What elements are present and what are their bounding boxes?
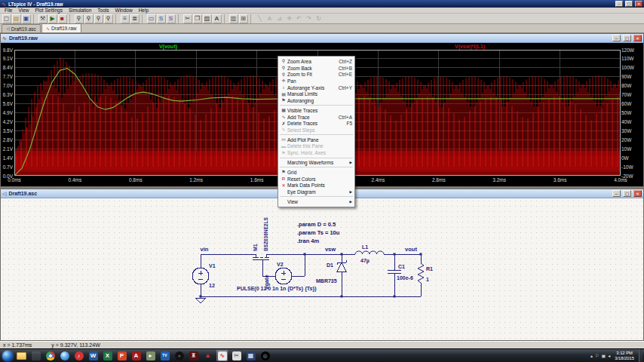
toolbar-open-button[interactable]: ▤ <box>12 14 21 23</box>
context-menu-item-grid[interactable]: ⚑Grid <box>278 169 354 176</box>
tab-draft19-asc[interactable]: ◁Draft19.asc <box>2 24 41 32</box>
r1-value[interactable]: 1 <box>426 277 429 282</box>
close-button[interactable]: ✕ <box>635 1 642 7</box>
context-menu-item-pan[interactable]: ✛Pan <box>278 78 354 84</box>
toolbar-paste-button[interactable]: ▨ <box>203 14 212 23</box>
waveform-minimize-button[interactable]: ─ <box>612 35 621 41</box>
m1-value[interactable]: BSZ036NE2LS <box>263 217 268 251</box>
taskbar-media-disc[interactable]: ◎ <box>259 350 271 361</box>
toolbar-new-schematic-button[interactable]: ▢ <box>2 14 11 23</box>
context-menu-item-zoom-back[interactable]: ⚲Zoom BackCtrl+B <box>278 65 354 72</box>
menubar-item-simulation[interactable]: Simulation <box>66 8 94 14</box>
minimize-button[interactable]: ─ <box>615 1 623 7</box>
toolbar-save-button[interactable]: ▣ <box>22 14 31 23</box>
taskbar-triangle-app[interactable]: ▲ <box>202 350 213 361</box>
v1-name[interactable]: V1 <box>209 263 216 268</box>
taskbar-ltspice[interactable]: ∿ <box>216 350 228 361</box>
taskbar-snipping-tool[interactable]: ✂ <box>231 350 242 361</box>
maximize-button[interactable]: ▢ <box>625 1 633 7</box>
toolbar-print-button[interactable]: ⊞ <box>239 14 248 23</box>
tray-expand-icon[interactable]: ▴ <box>590 354 593 358</box>
l1-value[interactable]: 47µ <box>360 258 370 264</box>
toolbar-steps-button[interactable]: S <box>167 14 176 23</box>
net-label-vout[interactable]: vout <box>405 246 417 253</box>
directive-tran[interactable]: .tran 4m <box>297 238 320 244</box>
toolbar-run-button[interactable]: ▶ <box>48 14 57 23</box>
taskbar-chrome[interactable] <box>44 350 56 361</box>
d1-name[interactable]: D1 <box>327 262 333 268</box>
toolbar-zoom-out-button[interactable]: ⚲ <box>84 14 94 23</box>
taskbar-disc-app[interactable]: ● <box>173 350 185 361</box>
v2-value[interactable]: PULSE(0 12 0 1n 1n {D*Ts} {Ts}) <box>237 286 317 292</box>
v1-value[interactable]: 12 <box>209 283 215 288</box>
schematic-close-button[interactable]: ✕ <box>633 190 642 197</box>
toolbar-spice-error-log-button[interactable]: ≣ <box>130 14 140 23</box>
toolbar-zoom-in-button[interactable]: ⚲ <box>75 14 84 23</box>
taskbar-ghost-app[interactable] <box>30 350 41 361</box>
menubar-item-plot-settings[interactable]: Plot Settings <box>32 8 66 14</box>
toolbar-plot-pane-button[interactable]: ▭ <box>147 14 156 23</box>
toolbar-control-panel-button[interactable]: ⚒ <box>38 14 48 23</box>
net-label-vsw[interactable]: vsw <box>325 246 336 253</box>
taskbar-itunes[interactable]: ♪ <box>73 350 84 361</box>
toolbar-netlist-button[interactable]: ≡ <box>121 14 130 23</box>
taskbar-word[interactable]: W <box>87 350 99 361</box>
taskbar-excel[interactable]: X <box>102 350 113 361</box>
r1-name[interactable]: R1 <box>426 266 433 272</box>
menubar-item-help[interactable]: Help <box>136 8 152 14</box>
schematic-minimize-button[interactable]: ─ <box>612 190 621 197</box>
tab-draft19-raw[interactable]: ∿Draft19.raw <box>41 23 81 32</box>
tray-icon-2[interactable]: ◂ <box>608 354 610 358</box>
toolbar-zoom-back-button[interactable]: ⚲ <box>104 14 113 23</box>
taskbar-movie-app[interactable]: ▸ <box>145 350 156 361</box>
toolbar-find-button[interactable]: A <box>213 14 222 23</box>
taskbar-calculator[interactable]: ▦ <box>245 350 256 361</box>
menubar-item-tools[interactable]: Tools <box>94 8 112 14</box>
l1-name[interactable]: L1 <box>362 244 368 250</box>
toolbar-print-preview-button[interactable]: ▥ <box>229 14 238 23</box>
taskbar-acrobat[interactable]: A <box>130 350 142 361</box>
tray-icon-1[interactable]: ▣ <box>602 354 606 358</box>
toolbar-step-button[interactable]: S <box>157 14 166 23</box>
trace-label-power[interactable]: V(vsw)*I(L1) <box>421 44 519 49</box>
v2-name[interactable]: V2 <box>277 262 284 267</box>
context-menu-item-reset-colors[interactable]: RReset Colors <box>278 176 354 183</box>
m1-name[interactable]: M1 <box>253 244 258 251</box>
taskbar-explorer[interactable] <box>16 350 27 361</box>
context-menu-item-add-trace[interactable]: ∿Add TraceCtrl+A <box>278 114 354 121</box>
taskbar-google-earth[interactable] <box>59 350 70 361</box>
toolbar-zoom-full-button[interactable]: ⚲ <box>94 14 103 23</box>
toolbar-halt-button[interactable]: ■ <box>58 14 67 23</box>
trace-label-vout[interactable]: V(vout) <box>119 44 217 49</box>
context-menu-item-delete-traces[interactable]: ✗Delete TracesF5 <box>278 120 354 127</box>
context-menu-item-autoranging[interactable]: ⚑Autoranging <box>278 97 354 104</box>
context-menu-item-autorange-y-axis[interactable]: ↕Autorange Y-axisCtrl+Y <box>278 84 354 91</box>
schematic-canvas[interactable]: vin vsw vout vgate M1 BSZ036NE2LS V1 12 … <box>1 198 643 340</box>
context-menu-item-visible-traces[interactable]: ▦Visible Traces <box>278 107 354 114</box>
show-desktop-button[interactable] <box>639 349 642 362</box>
toolbar-cut-button[interactable]: ✂ <box>183 14 192 23</box>
menubar-item-window[interactable]: Window <box>112 8 136 14</box>
schematic-maximize-button[interactable]: ▢ <box>623 190 631 197</box>
c1-value[interactable]: 100e-6 <box>397 275 413 281</box>
taskbar-clock[interactable]: 3:12 PM 3/18/2015 <box>615 351 634 360</box>
context-menu-item-view[interactable]: View▶ <box>278 198 354 205</box>
c1-name[interactable]: C1 <box>398 264 405 269</box>
directive-param-ts[interactable]: .param Ts = 10u <box>297 229 340 236</box>
context-menu-item-zoom-to-fit[interactable]: ⚲Zoom to FitCtrl+E <box>278 71 354 78</box>
toolbar-copy-button[interactable]: ❐ <box>193 14 202 23</box>
menubar-item-file[interactable]: File <box>2 8 15 14</box>
waveform-maximize-button[interactable]: ▢ <box>623 35 631 41</box>
net-label-vin[interactable]: vin <box>201 246 209 253</box>
menubar-item-view[interactable]: View <box>15 8 32 14</box>
context-menu-item-marching-waveforms[interactable]: Marching Waveforms▶ <box>278 159 354 166</box>
context-menu-item-zoom-area[interactable]: ⚲Zoom AreaCtrl+Z <box>278 58 354 65</box>
directive-param-d[interactable]: .param D = 0.5 <box>297 221 336 228</box>
context-menu-item-add-plot-pane[interactable]: ▭Add Plot Pane <box>278 137 354 143</box>
tray-icon-0[interactable]: ⚐ <box>595 354 599 358</box>
taskbar-game-app[interactable]: ♜ <box>188 350 199 361</box>
taskbar-start-button[interactable] <box>2 350 13 361</box>
waveform-close-button[interactable]: ✕ <box>633 35 642 41</box>
taskbar-powerpoint[interactable]: P <box>116 350 127 361</box>
taskbar-tv-app[interactable]: TV <box>159 350 170 361</box>
